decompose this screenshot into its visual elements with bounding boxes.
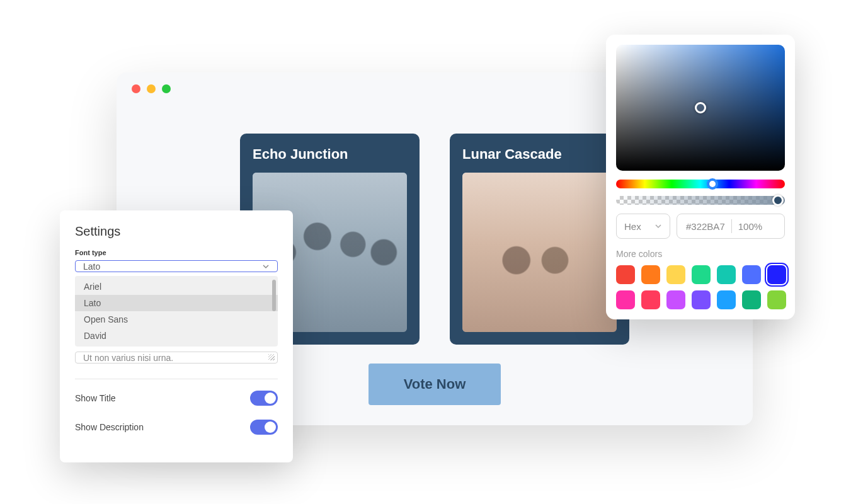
show-description-row: Show Description	[75, 420, 278, 435]
card-image	[462, 173, 617, 332]
color-picker-panel: Hex #322BA7 100% More colors	[606, 35, 795, 319]
show-title-row: Show Title	[75, 391, 278, 406]
font-type-selected: Lato	[83, 261, 100, 272]
description-input[interactable]: Ut non varius nisi urna.	[75, 352, 278, 364]
hue-slider[interactable]	[616, 180, 785, 188]
color-swatch[interactable]	[692, 265, 711, 284]
color-swatch[interactable]	[767, 265, 786, 284]
color-swatch[interactable]	[742, 290, 761, 309]
show-title-toggle[interactable]	[250, 391, 278, 406]
opacity-value: 100%	[738, 221, 762, 232]
color-swatch[interactable]	[666, 265, 685, 284]
color-swatch[interactable]	[767, 290, 786, 309]
show-title-label: Show Title	[75, 393, 116, 403]
color-inputs-row: Hex #322BA7 100%	[616, 214, 785, 239]
chevron-down-icon	[262, 263, 270, 270]
maximize-window-icon[interactable]	[162, 84, 171, 93]
font-type-dropdown: Ariel Lato Open Sans David	[75, 276, 278, 346]
alpha-slider[interactable]	[616, 196, 785, 205]
color-swatch[interactable]	[616, 290, 635, 309]
saturation-value-field[interactable]	[616, 45, 785, 171]
settings-title: Settings	[75, 224, 278, 239]
scrollbar[interactable]	[272, 280, 276, 311]
color-swatch[interactable]	[666, 290, 685, 309]
font-option[interactable]: Lato	[75, 295, 278, 311]
divider	[731, 219, 732, 233]
color-format-select[interactable]: Hex	[616, 214, 670, 239]
card-title: Echo Junction	[253, 146, 407, 163]
color-swatch[interactable]	[616, 265, 635, 284]
font-type-select[interactable]: Lato	[75, 260, 278, 272]
sv-cursor-icon[interactable]	[695, 102, 706, 113]
more-colors-label: More colors	[616, 249, 785, 259]
vote-card[interactable]: Lunar Cascade	[450, 134, 629, 345]
color-swatch[interactable]	[717, 290, 736, 309]
color-swatch[interactable]	[641, 265, 660, 284]
color-swatch[interactable]	[692, 290, 711, 309]
swatch-grid	[616, 265, 785, 309]
font-option[interactable]: Open Sans	[75, 311, 278, 328]
close-window-icon[interactable]	[132, 84, 140, 93]
color-swatch[interactable]	[641, 290, 660, 309]
minimize-window-icon[interactable]	[147, 84, 156, 93]
color-format-value: Hex	[624, 221, 641, 232]
card-title: Lunar Cascade	[462, 146, 617, 163]
description-value: Ut non varius nisi urna.	[83, 353, 173, 363]
hex-input[interactable]: #322BA7 100%	[677, 214, 785, 239]
chevron-down-icon	[654, 222, 662, 230]
vote-now-button[interactable]: Vote Now	[369, 364, 501, 405]
font-option[interactable]: David	[75, 328, 278, 344]
hex-value: #322BA7	[686, 221, 725, 232]
color-swatch[interactable]	[742, 265, 761, 284]
hue-cursor-icon[interactable]	[707, 178, 718, 190]
cards-row: Echo Junction Lunar Cascade	[240, 134, 629, 345]
alpha-cursor-icon[interactable]	[772, 195, 784, 206]
divider	[75, 379, 278, 379]
font-option[interactable]: Ariel	[75, 278, 278, 295]
font-type-label: Font type	[75, 249, 278, 256]
show-description-label: Show Description	[75, 422, 144, 432]
show-description-toggle[interactable]	[250, 420, 278, 435]
settings-panel: Settings Font type Lato Ariel Lato Open …	[60, 210, 293, 462]
color-swatch[interactable]	[717, 265, 736, 284]
